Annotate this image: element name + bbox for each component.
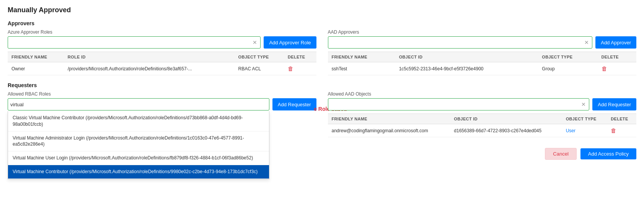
azure-col-delete: DELETE bbox=[284, 52, 316, 62]
aad-approvers-table: FRIENDLY NAME OBJECT ID OBJECT TYPE DELE… bbox=[328, 52, 637, 75]
azure-row-delete[interactable]: 🗑 bbox=[284, 62, 316, 75]
azure-approver-label: Azure Approver Roles bbox=[8, 29, 316, 35]
azure-col-friendly-name: FRIENDLY NAME bbox=[8, 52, 64, 62]
azure-approver-input-wrap: ✕ bbox=[8, 36, 261, 49]
aad-col-object-type: OBJECT TYPE bbox=[538, 52, 597, 62]
rbac-requesters-col: Allowed RBAC Roles Classic Virtual Machi… bbox=[8, 91, 316, 114]
rbac-input-row: Classic Virtual Machine Contributor (/pr… bbox=[8, 98, 316, 110]
azure-approver-clear-btn[interactable]: ✕ bbox=[252, 39, 258, 45]
aad-req-row-friendly-name: andrew@codingflamingogmail.onmicrosoft.c… bbox=[328, 124, 450, 137]
approvers-section-title: Approvers bbox=[8, 20, 636, 26]
aad-req-row-object-type[interactable]: User bbox=[562, 124, 607, 137]
aad-approver-input[interactable] bbox=[331, 40, 584, 45]
dropdown-item-vm-admin-login[interactable]: Virtual Machine Administrator Login (/pr… bbox=[8, 131, 269, 152]
add-approver-role-button[interactable]: Add Approver Role bbox=[264, 36, 316, 49]
aad-row-delete[interactable]: 🗑 bbox=[598, 62, 636, 75]
add-aad-requester-button[interactable]: Add Requester bbox=[592, 98, 636, 110]
aad-req-row-delete[interactable]: 🗑 bbox=[607, 124, 636, 137]
azure-row-role-id: /providers/Microsoft.Authorization/roleD… bbox=[64, 62, 235, 75]
aad-approver-clear-btn[interactable]: ✕ bbox=[584, 39, 590, 45]
cancel-button[interactable]: Cancel bbox=[545, 148, 576, 160]
table-row: Owner /providers/Microsoft.Authorization… bbox=[8, 62, 316, 75]
aad-req-col-delete: DELETE bbox=[607, 114, 636, 124]
rbac-input-wrap bbox=[8, 98, 269, 110]
aad-requester-input-wrap: ✕ bbox=[328, 98, 590, 110]
aad-requester-label: Allowed AAD Objects bbox=[328, 91, 637, 97]
aad-requesters-col: Allowed AAD Objects ✕ Add Requester FRIE… bbox=[328, 91, 637, 160]
aad-approvers-col: AAD Approvers ✕ Add Approver FRIENDLY NA… bbox=[328, 29, 637, 75]
dropdown-item-vm-contributor[interactable]: Virtual Machine Contributor (/providers/… bbox=[8, 165, 269, 179]
requesters-section-title: Requesters bbox=[8, 82, 636, 88]
aad-approver-label: AAD Approvers bbox=[328, 29, 637, 35]
add-rbac-requester-button[interactable]: Add Requester bbox=[272, 98, 316, 110]
azure-approvers-table: FRIENDLY NAME ROLE ID OBJECT TYPE DELETE… bbox=[8, 52, 316, 75]
table-row: andrew@codingflamingogmail.onmicrosoft.c… bbox=[328, 124, 637, 137]
aad-approver-input-row: ✕ Add Approver bbox=[328, 36, 637, 49]
aad-req-col-object-id: OBJECT ID bbox=[450, 114, 562, 124]
aad-req-col-object-type: OBJECT TYPE bbox=[562, 114, 607, 124]
aad-row-friendly-name: sshTest bbox=[328, 62, 395, 75]
dropdown-item-classic-vm[interactable]: Classic Virtual Machine Contributor (/pr… bbox=[8, 111, 269, 131]
azure-row-friendly-name: Owner bbox=[8, 62, 64, 75]
add-approver-button[interactable]: Add Approver bbox=[595, 36, 636, 49]
page-title: Manually Approved bbox=[8, 6, 636, 14]
table-row: sshTest 1c5c5952-2313-46e4-9bcf-e5f3726e… bbox=[328, 62, 637, 75]
azure-approver-input-row: ✕ Add Approver Role bbox=[8, 36, 316, 49]
aad-col-object-id: OBJECT ID bbox=[395, 52, 538, 62]
aad-requester-input-row: ✕ Add Requester bbox=[328, 98, 637, 110]
azure-row-object-type: RBAC ACL bbox=[235, 62, 284, 75]
aad-col-friendly-name: FRIENDLY NAME bbox=[328, 52, 395, 62]
aad-approver-input-wrap: ✕ bbox=[328, 36, 593, 49]
aad-req-col-friendly-name: FRIENDLY NAME bbox=[328, 114, 450, 124]
dropdown-item-vm-user-login[interactable]: Virtual Machine User Login (/providers/M… bbox=[8, 151, 269, 165]
footer-actions: Cancel Add Access Policy bbox=[328, 144, 637, 160]
rbac-dropdown-list: Classic Virtual Machine Contributor (/pr… bbox=[8, 111, 269, 179]
azure-col-role-id: ROLE ID bbox=[64, 52, 235, 62]
aad-row-object-id: 1c5c5952-2313-46e4-9bcf-e5f3726e4900 bbox=[395, 62, 538, 75]
rbac-input[interactable] bbox=[10, 102, 267, 107]
azure-approver-input[interactable] bbox=[10, 40, 252, 45]
add-access-policy-button[interactable]: Add Access Policy bbox=[580, 148, 636, 159]
aad-req-row-object-id: d1656389-66d7-4722-8903-c267e4ded045 bbox=[450, 124, 562, 137]
aad-requester-clear-btn[interactable]: ✕ bbox=[580, 101, 587, 107]
aad-requesters-table: FRIENDLY NAME OBJECT ID OBJECT TYPE DELE… bbox=[328, 114, 637, 137]
azure-col-object-type: OBJECT TYPE bbox=[235, 52, 284, 62]
aad-row-object-type: Group bbox=[538, 62, 597, 75]
aad-requester-input[interactable] bbox=[331, 102, 581, 107]
rbac-label: Allowed RBAC Roles bbox=[8, 91, 316, 97]
aad-col-delete: DELETE bbox=[598, 52, 636, 62]
azure-approvers-col: Azure Approver Roles ✕ Add Approver Role… bbox=[8, 29, 316, 75]
requesters-section: Requesters Allowed RBAC Roles Classic Vi… bbox=[8, 82, 636, 160]
